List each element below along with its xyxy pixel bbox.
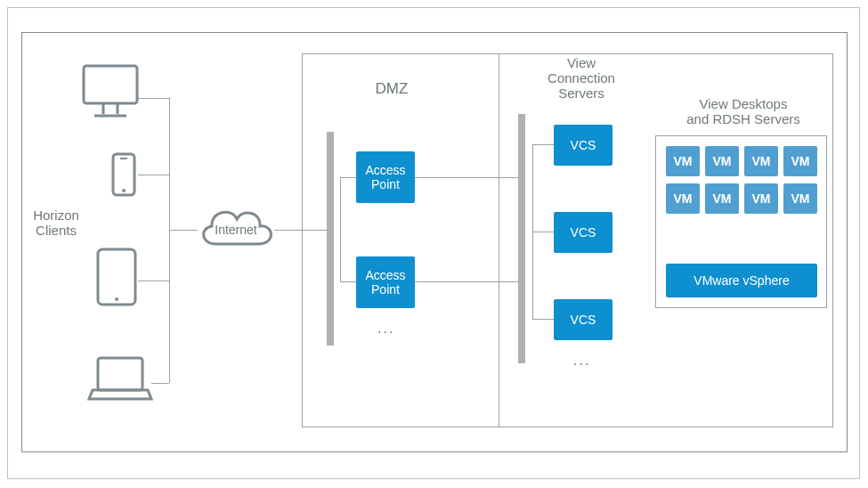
client-laptop-line [151, 383, 169, 384]
svg-rect-7 [98, 249, 135, 305]
vcs-ellipsis: ... [573, 353, 590, 369]
vm-r2c1: VM [666, 183, 700, 214]
vm-r1c3: VM [744, 146, 778, 176]
monitor-icon [78, 62, 142, 125]
vm-r2c4: VM [783, 183, 817, 214]
vm-r2c3: VM [744, 183, 778, 214]
view-conn-label-top: View Connection Servers [528, 55, 635, 101]
ap-ellipsis: ... [377, 321, 394, 337]
svg-point-8 [115, 297, 118, 301]
vcs-row3-in-2 [532, 319, 554, 320]
vcs-1: VCS [554, 125, 612, 166]
horizon-clients-label: Horizon Clients [25, 207, 87, 238]
vm-r1c4: VM [783, 146, 817, 176]
vcs-3: VCS [554, 299, 612, 340]
dmz-to-ap1-2 [340, 177, 356, 178]
dmz-branch-vertical-2 [340, 177, 341, 281]
vcs-row1-in-2 [532, 144, 554, 145]
ap1-out-2 [415, 177, 518, 178]
view-desktops-label-top: View Desktops and RDSH Servers [659, 96, 828, 126]
dmz-to-ap2-2 [340, 281, 356, 282]
client-phone-line [138, 175, 169, 175]
vcs-row2-in-2 [532, 232, 554, 232]
tablet-icon [94, 246, 139, 308]
svg-rect-9 [98, 358, 142, 390]
phone-icon [110, 151, 137, 198]
client-monitor-line [138, 98, 169, 99]
vcs-bar [518, 114, 525, 363]
access-point-1: Access Point [356, 151, 415, 203]
cloud-to-dmz-line-2 [274, 230, 329, 231]
diagram-canvas: Horizon Clients DMZ View Connection Serv… [0, 0, 868, 488]
svg-point-5 [122, 189, 126, 192]
internet-label: Internet [207, 223, 265, 237]
vm-r2c2: VM [705, 183, 739, 214]
dmz-label-top: DMZ [365, 80, 418, 98]
datacenter-divider [499, 53, 499, 427]
access-point-2: Access Point [356, 256, 415, 308]
laptop-icon [87, 354, 153, 404]
vmware-vsphere-box: VMware vSphere [666, 264, 817, 297]
vm-r1c1: VM [666, 146, 700, 176]
ap2-out-2 [415, 281, 518, 282]
client-tablet-line [138, 281, 169, 281]
svg-rect-0 [84, 66, 137, 103]
vm-r1c2: VM [705, 146, 739, 176]
dmz-bar [327, 132, 334, 346]
vcs-2: VCS [554, 212, 612, 253]
client-bus-vertical [169, 98, 170, 383]
